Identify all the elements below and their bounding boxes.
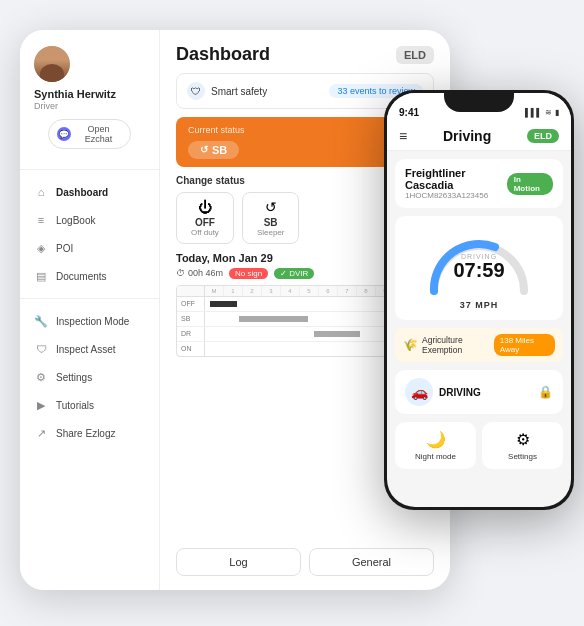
- wifi-icon: ≋: [545, 108, 552, 117]
- speedometer: DRIVING 07:59: [424, 226, 534, 296]
- speedo-center: DRIVING 07:59: [453, 253, 504, 280]
- eld-badge: ELD: [396, 46, 434, 64]
- phone: 9:41 ▌▌▌ ≋ ▮ ≡ Driving ELD Freightliner …: [384, 90, 574, 510]
- settings-icon: ⚙: [34, 370, 48, 384]
- vehicle-name: Freightliner Cascadia: [405, 167, 507, 191]
- general-button[interactable]: General: [309, 548, 434, 576]
- poi-icon: ◈: [34, 241, 48, 255]
- time-badge: ⏱ 00h 46m: [176, 268, 223, 278]
- logbook-icon: ≡: [34, 213, 48, 227]
- page-title: Dashboard: [176, 44, 270, 65]
- nav-tools-section: 🔧 Inspection Mode 🛡 Inspect Asset ⚙ Sett…: [20, 299, 159, 455]
- tutorials-icon: ▶: [34, 398, 48, 412]
- profile-role: Driver: [34, 101, 58, 111]
- grid-hour-4: 4: [281, 286, 300, 296]
- speedo-time: 07:59: [453, 260, 504, 280]
- in-motion-badge: In Motion: [507, 173, 553, 195]
- sidebar-item-logbook[interactable]: ≡ LogBook: [20, 206, 159, 234]
- sidebar-item-poi[interactable]: ◈ POI: [20, 234, 159, 262]
- wheat-icon: 🌾: [403, 338, 418, 352]
- gear-icon: ⚙: [488, 430, 557, 449]
- phone-notch: [444, 90, 514, 112]
- driving-circle-icon: 🚗: [405, 378, 433, 406]
- grid-header-label: [177, 286, 205, 296]
- bottom-buttons: Log General: [160, 548, 450, 590]
- battery-icon: ▮: [555, 108, 559, 117]
- vehicle-info: Freightliner Cascadia 1HOCM82633A123456: [405, 167, 507, 200]
- vehicle-card: Freightliner Cascadia 1HOCM82633A123456 …: [395, 159, 563, 208]
- no-sign-badge: No sign: [229, 268, 268, 279]
- home-icon: ⌂: [34, 185, 48, 199]
- sidebar-item-inspection-mode[interactable]: 🔧 Inspection Mode: [20, 307, 159, 335]
- phone-status-icons: ▌▌▌ ≋ ▮: [525, 108, 559, 117]
- grid-hour-3: 3: [262, 286, 281, 296]
- sidebar-profile: Synthia Herwitz Driver 💬 Open Ezchat: [20, 46, 159, 170]
- log-button[interactable]: Log: [176, 548, 301, 576]
- night-mode-button[interactable]: 🌙 Night mode: [395, 422, 476, 469]
- phone-eld-badge: ELD: [527, 129, 559, 143]
- exemption-bar: 🌾 Agriculture Exemption 138 Miles Away: [395, 328, 563, 362]
- open-ezchat-button[interactable]: 💬 Open Ezchat: [48, 119, 131, 149]
- moon-icon: 🌙: [401, 430, 470, 449]
- phone-screen: 9:41 ▌▌▌ ≋ ▮ ≡ Driving ELD Freightliner …: [387, 93, 571, 507]
- status-btn-off[interactable]: ⏻ OFF Off duty: [176, 192, 234, 244]
- log-row-sb-label: SB: [177, 312, 205, 326]
- smart-safety-label: 🛡 Smart safety: [187, 82, 267, 100]
- log-row-off-label: OFF: [177, 297, 205, 311]
- avatar: [34, 46, 70, 82]
- log-row-dr-label: DR: [177, 327, 205, 341]
- shield-icon: 🛡: [34, 342, 48, 356]
- sidebar-item-dashboard[interactable]: ⌂ Dashboard: [20, 178, 159, 206]
- inspection-icon: 🔧: [34, 314, 48, 328]
- safety-icon: 🛡: [187, 82, 205, 100]
- grid-hour-2: 2: [243, 286, 262, 296]
- phone-settings-button[interactable]: ⚙ Settings: [482, 422, 563, 469]
- grid-hour-5: 5: [300, 286, 319, 296]
- phone-bottom-grid: 🌙 Night mode ⚙ Settings: [395, 422, 563, 469]
- sidebar-item-inspect-asset[interactable]: 🛡 Inspect Asset: [20, 335, 159, 363]
- status-btn-sb[interactable]: ↺ SB Sleeper: [242, 192, 300, 244]
- hamburger-icon[interactable]: ≡: [399, 128, 407, 144]
- lock-icon: 🔒: [538, 385, 553, 399]
- sleeper-icon: ↺: [257, 199, 285, 215]
- phone-time: 9:41: [399, 107, 419, 118]
- dvir-badge: ✓ DVIR: [274, 268, 314, 279]
- sidebar: Synthia Herwitz Driver 💬 Open Ezchat ⌂ D…: [20, 30, 160, 590]
- sidebar-item-settings[interactable]: ⚙ Settings: [20, 363, 159, 391]
- driving-left: 🚗 DRIVING: [405, 378, 481, 406]
- sidebar-item-tutorials[interactable]: ▶ Tutorials: [20, 391, 159, 419]
- sidebar-item-documents[interactable]: ▤ Documents: [20, 262, 159, 290]
- miles-badge: 138 Miles Away: [494, 334, 555, 356]
- speedo-speed: 37 MPH: [460, 300, 499, 310]
- driving-status-card: 🚗 DRIVING 🔒: [395, 370, 563, 414]
- phone-body: Freightliner Cascadia 1HOCM82633A123456 …: [387, 151, 571, 507]
- grid-hour-7: 7: [338, 286, 357, 296]
- ezchat-icon: 💬: [57, 127, 71, 141]
- grid-hour-m: M: [205, 286, 224, 296]
- grid-hour-1: 1: [224, 286, 243, 296]
- night-mode-label: Night mode: [401, 452, 470, 461]
- off-icon: ⏻: [191, 199, 219, 215]
- grid-hour-8: 8: [357, 286, 376, 296]
- share-icon: ↗: [34, 426, 48, 440]
- speedometer-card: DRIVING 07:59 37 MPH: [395, 216, 563, 320]
- current-status-badge: ↺ SB: [188, 141, 239, 159]
- profile-name: Synthia Herwitz: [34, 88, 116, 101]
- scene: Synthia Herwitz Driver 💬 Open Ezchat ⌂ D…: [0, 0, 584, 626]
- main-header: Dashboard ELD: [160, 30, 450, 73]
- log-row-on-label: ON: [177, 342, 205, 356]
- exemption-label: 🌾 Agriculture Exemption: [403, 335, 494, 355]
- documents-icon: ▤: [34, 269, 48, 283]
- grid-hour-6: 6: [319, 286, 338, 296]
- phone-header: ≡ Driving ELD: [387, 122, 571, 151]
- signal-icon: ▌▌▌: [525, 108, 542, 117]
- vehicle-id: 1HOCM82633A123456: [405, 191, 507, 200]
- phone-screen-title: Driving: [443, 128, 491, 144]
- sidebar-item-share[interactable]: ↗ Share Ezlogz: [20, 419, 159, 447]
- driving-status-label: DRIVING: [439, 387, 481, 398]
- phone-settings-label: Settings: [488, 452, 557, 461]
- nav-main-section: ⌂ Dashboard ≡ LogBook ◈ POI ▤ Documents: [20, 170, 159, 299]
